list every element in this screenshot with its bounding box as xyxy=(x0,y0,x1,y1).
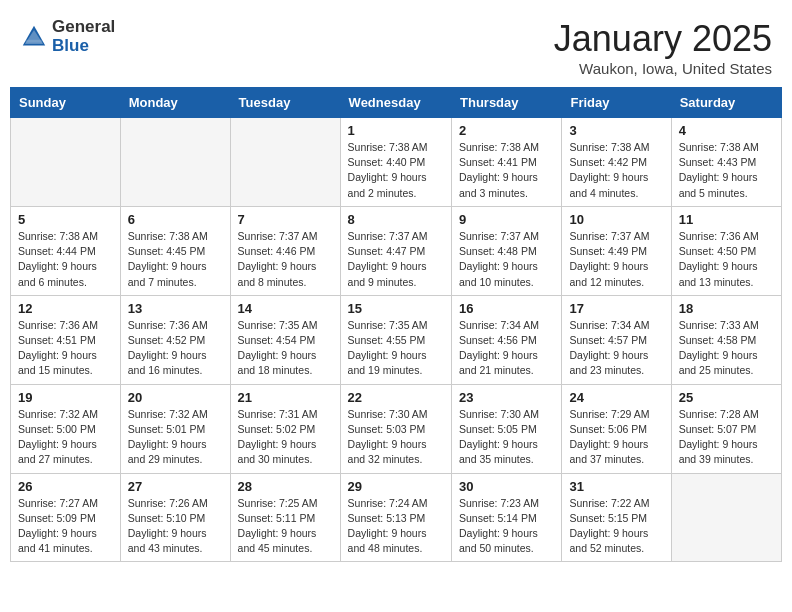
day-number: 28 xyxy=(238,479,333,494)
week-row: 26Sunrise: 7:27 AMSunset: 5:09 PMDayligh… xyxy=(11,473,782,562)
day-number: 17 xyxy=(569,301,663,316)
col-wednesday: Wednesday xyxy=(340,88,451,118)
logo-text: General Blue xyxy=(52,18,115,55)
calendar-cell: 9Sunrise: 7:37 AMSunset: 4:48 PMDaylight… xyxy=(452,206,562,295)
day-number: 16 xyxy=(459,301,554,316)
day-number: 9 xyxy=(459,212,554,227)
day-number: 6 xyxy=(128,212,223,227)
day-number: 29 xyxy=(348,479,444,494)
day-info: Sunrise: 7:38 AMSunset: 4:40 PMDaylight:… xyxy=(348,140,444,201)
calendar-cell: 12Sunrise: 7:36 AMSunset: 4:51 PMDayligh… xyxy=(11,295,121,384)
calendar-cell: 2Sunrise: 7:38 AMSunset: 4:41 PMDaylight… xyxy=(452,118,562,207)
day-number: 18 xyxy=(679,301,774,316)
logo-blue: Blue xyxy=(52,37,115,56)
calendar-cell: 8Sunrise: 7:37 AMSunset: 4:47 PMDaylight… xyxy=(340,206,451,295)
calendar-cell: 20Sunrise: 7:32 AMSunset: 5:01 PMDayligh… xyxy=(120,384,230,473)
day-info: Sunrise: 7:35 AMSunset: 4:55 PMDaylight:… xyxy=(348,318,444,379)
calendar-cell: 7Sunrise: 7:37 AMSunset: 4:46 PMDaylight… xyxy=(230,206,340,295)
day-info: Sunrise: 7:32 AMSunset: 5:01 PMDaylight:… xyxy=(128,407,223,468)
day-info: Sunrise: 7:38 AMSunset: 4:45 PMDaylight:… xyxy=(128,229,223,290)
day-info: Sunrise: 7:38 AMSunset: 4:41 PMDaylight:… xyxy=(459,140,554,201)
col-saturday: Saturday xyxy=(671,88,781,118)
day-info: Sunrise: 7:38 AMSunset: 4:44 PMDaylight:… xyxy=(18,229,113,290)
svg-rect-2 xyxy=(26,39,43,42)
day-info: Sunrise: 7:30 AMSunset: 5:05 PMDaylight:… xyxy=(459,407,554,468)
calendar-cell xyxy=(11,118,121,207)
calendar-cell: 16Sunrise: 7:34 AMSunset: 4:56 PMDayligh… xyxy=(452,295,562,384)
day-info: Sunrise: 7:23 AMSunset: 5:14 PMDaylight:… xyxy=(459,496,554,557)
calendar-cell: 30Sunrise: 7:23 AMSunset: 5:14 PMDayligh… xyxy=(452,473,562,562)
col-sunday: Sunday xyxy=(11,88,121,118)
day-number: 26 xyxy=(18,479,113,494)
week-row: 12Sunrise: 7:36 AMSunset: 4:51 PMDayligh… xyxy=(11,295,782,384)
calendar-cell: 18Sunrise: 7:33 AMSunset: 4:58 PMDayligh… xyxy=(671,295,781,384)
day-number: 3 xyxy=(569,123,663,138)
calendar-cell: 17Sunrise: 7:34 AMSunset: 4:57 PMDayligh… xyxy=(562,295,671,384)
calendar-cell: 4Sunrise: 7:38 AMSunset: 4:43 PMDaylight… xyxy=(671,118,781,207)
day-number: 21 xyxy=(238,390,333,405)
day-info: Sunrise: 7:38 AMSunset: 4:43 PMDaylight:… xyxy=(679,140,774,201)
day-info: Sunrise: 7:32 AMSunset: 5:00 PMDaylight:… xyxy=(18,407,113,468)
day-info: Sunrise: 7:36 AMSunset: 4:50 PMDaylight:… xyxy=(679,229,774,290)
week-row: 19Sunrise: 7:32 AMSunset: 5:00 PMDayligh… xyxy=(11,384,782,473)
calendar-body: 1Sunrise: 7:38 AMSunset: 4:40 PMDaylight… xyxy=(11,118,782,562)
calendar-cell: 19Sunrise: 7:32 AMSunset: 5:00 PMDayligh… xyxy=(11,384,121,473)
day-number: 2 xyxy=(459,123,554,138)
day-number: 19 xyxy=(18,390,113,405)
day-info: Sunrise: 7:29 AMSunset: 5:06 PMDaylight:… xyxy=(569,407,663,468)
calendar-cell: 10Sunrise: 7:37 AMSunset: 4:49 PMDayligh… xyxy=(562,206,671,295)
day-info: Sunrise: 7:27 AMSunset: 5:09 PMDaylight:… xyxy=(18,496,113,557)
col-thursday: Thursday xyxy=(452,88,562,118)
page-container: General Blue January 2025 Waukon, Iowa, … xyxy=(0,0,792,572)
day-info: Sunrise: 7:28 AMSunset: 5:07 PMDaylight:… xyxy=(679,407,774,468)
col-tuesday: Tuesday xyxy=(230,88,340,118)
col-friday: Friday xyxy=(562,88,671,118)
calendar-cell: 28Sunrise: 7:25 AMSunset: 5:11 PMDayligh… xyxy=(230,473,340,562)
calendar-table: Sunday Monday Tuesday Wednesday Thursday… xyxy=(10,87,782,562)
week-row: 1Sunrise: 7:38 AMSunset: 4:40 PMDaylight… xyxy=(11,118,782,207)
day-number: 10 xyxy=(569,212,663,227)
day-info: Sunrise: 7:36 AMSunset: 4:52 PMDaylight:… xyxy=(128,318,223,379)
day-info: Sunrise: 7:22 AMSunset: 5:15 PMDaylight:… xyxy=(569,496,663,557)
calendar-cell: 3Sunrise: 7:38 AMSunset: 4:42 PMDaylight… xyxy=(562,118,671,207)
day-number: 13 xyxy=(128,301,223,316)
day-info: Sunrise: 7:31 AMSunset: 5:02 PMDaylight:… xyxy=(238,407,333,468)
logo-icon xyxy=(20,23,48,51)
day-number: 23 xyxy=(459,390,554,405)
calendar-cell: 26Sunrise: 7:27 AMSunset: 5:09 PMDayligh… xyxy=(11,473,121,562)
calendar-cell: 24Sunrise: 7:29 AMSunset: 5:06 PMDayligh… xyxy=(562,384,671,473)
day-number: 4 xyxy=(679,123,774,138)
day-number: 7 xyxy=(238,212,333,227)
month-title: January 2025 xyxy=(554,18,772,60)
day-number: 24 xyxy=(569,390,663,405)
day-number: 30 xyxy=(459,479,554,494)
day-info: Sunrise: 7:35 AMSunset: 4:54 PMDaylight:… xyxy=(238,318,333,379)
calendar-wrapper: Sunday Monday Tuesday Wednesday Thursday… xyxy=(0,87,792,572)
col-monday: Monday xyxy=(120,88,230,118)
day-info: Sunrise: 7:37 AMSunset: 4:49 PMDaylight:… xyxy=(569,229,663,290)
calendar-cell: 6Sunrise: 7:38 AMSunset: 4:45 PMDaylight… xyxy=(120,206,230,295)
week-row: 5Sunrise: 7:38 AMSunset: 4:44 PMDaylight… xyxy=(11,206,782,295)
day-info: Sunrise: 7:37 AMSunset: 4:48 PMDaylight:… xyxy=(459,229,554,290)
day-number: 20 xyxy=(128,390,223,405)
day-info: Sunrise: 7:25 AMSunset: 5:11 PMDaylight:… xyxy=(238,496,333,557)
calendar-cell: 13Sunrise: 7:36 AMSunset: 4:52 PMDayligh… xyxy=(120,295,230,384)
calendar-header: Sunday Monday Tuesday Wednesday Thursday… xyxy=(11,88,782,118)
calendar-cell: 25Sunrise: 7:28 AMSunset: 5:07 PMDayligh… xyxy=(671,384,781,473)
day-info: Sunrise: 7:38 AMSunset: 4:42 PMDaylight:… xyxy=(569,140,663,201)
day-info: Sunrise: 7:26 AMSunset: 5:10 PMDaylight:… xyxy=(128,496,223,557)
day-info: Sunrise: 7:37 AMSunset: 4:46 PMDaylight:… xyxy=(238,229,333,290)
day-number: 22 xyxy=(348,390,444,405)
logo-general: General xyxy=(52,18,115,37)
day-info: Sunrise: 7:34 AMSunset: 4:56 PMDaylight:… xyxy=(459,318,554,379)
location: Waukon, Iowa, United States xyxy=(554,60,772,77)
calendar-cell: 5Sunrise: 7:38 AMSunset: 4:44 PMDaylight… xyxy=(11,206,121,295)
day-number: 27 xyxy=(128,479,223,494)
calendar-cell: 22Sunrise: 7:30 AMSunset: 5:03 PMDayligh… xyxy=(340,384,451,473)
day-info: Sunrise: 7:30 AMSunset: 5:03 PMDaylight:… xyxy=(348,407,444,468)
calendar-cell: 1Sunrise: 7:38 AMSunset: 4:40 PMDaylight… xyxy=(340,118,451,207)
calendar-cell: 15Sunrise: 7:35 AMSunset: 4:55 PMDayligh… xyxy=(340,295,451,384)
day-number: 14 xyxy=(238,301,333,316)
day-number: 8 xyxy=(348,212,444,227)
day-number: 15 xyxy=(348,301,444,316)
